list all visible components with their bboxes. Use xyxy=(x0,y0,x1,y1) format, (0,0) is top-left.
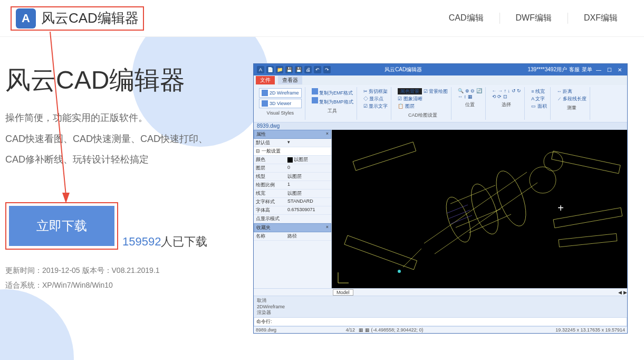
prop-scale[interactable]: 绘图比例1 xyxy=(254,181,331,190)
cad-viewport[interactable]: + xyxy=(332,130,627,288)
svg-line-17 xyxy=(456,209,501,228)
download-frame: 立即下载 xyxy=(5,202,118,250)
svg-line-6 xyxy=(435,183,537,254)
text-tool[interactable]: A 文字 xyxy=(531,96,547,102)
cad-help[interactable]: 客服 xyxy=(569,66,580,73)
download-count: 159592 xyxy=(122,235,161,248)
prop-lineweight[interactable]: 线宽以图层 xyxy=(254,190,331,198)
show-text[interactable]: ☑ 显示文字 xyxy=(363,103,388,110)
minimize-icon[interactable]: — xyxy=(594,67,603,73)
nav-dxf-edit[interactable]: DXF编辑 xyxy=(568,13,633,24)
svg-line-5 xyxy=(424,172,527,243)
wireframe-icon xyxy=(262,90,268,96)
panel-favorites[interactable]: 收藏夹× xyxy=(254,223,331,232)
hero-title: 风云CAD编辑器 xyxy=(5,63,253,97)
3d-icon xyxy=(262,100,268,107)
show-points[interactable]: ◇ 显示点 xyxy=(363,96,388,102)
svg-point-3 xyxy=(466,181,504,238)
nav-cad-edit[interactable]: CAD编辑 xyxy=(433,13,500,24)
prop-textheight[interactable]: 字体高0.675309071 xyxy=(254,206,331,215)
wireframe-button[interactable]: 2D Wireframe xyxy=(259,88,302,98)
svg-point-8 xyxy=(398,270,401,273)
general-group[interactable]: ⊟ 一般设置 xyxy=(254,147,331,156)
3dviewer-button[interactable]: 3D Viewer xyxy=(259,99,302,108)
logo-icon: A xyxy=(16,8,36,29)
svg-line-7 xyxy=(403,249,421,267)
status-file: 8989.dwg xyxy=(256,327,276,333)
svg-line-18 xyxy=(469,214,511,233)
saveall-icon[interactable]: 💾 xyxy=(295,66,302,73)
svg-point-4 xyxy=(491,167,532,230)
open-icon[interactable]: 📁 xyxy=(276,66,283,73)
clip-frame[interactable]: ✂ 剪切框架 xyxy=(363,88,388,95)
model-tab[interactable]: Model xyxy=(333,289,353,296)
svg-line-16 xyxy=(450,185,495,204)
prop-color[interactable]: 颜色以图层 xyxy=(254,156,331,164)
svg-point-10 xyxy=(544,152,563,171)
status-zoom: 19.32245 x 13.17635 x 19.57914 xyxy=(555,327,625,333)
svg-rect-12 xyxy=(344,235,417,270)
status-cursor: 4/12 xyxy=(345,327,355,333)
save-icon[interactable]: 💾 xyxy=(285,66,293,73)
cad-titlebar: A 📄 📁 💾 💾 🖨 ↶ ↷ 风云CAD编辑器 139****3492用户 客… xyxy=(254,64,627,75)
copy-bmp[interactable]: 复制为BMP格式 xyxy=(312,97,353,106)
fav-header: 名称路径 xyxy=(254,232,331,241)
rotate-icon[interactable]: ⟲ ⟳ ⊡ xyxy=(492,94,522,99)
svg-rect-11 xyxy=(353,142,416,170)
black-bg[interactable]: 黑色背景 xyxy=(398,88,422,94)
new-icon[interactable]: 📄 xyxy=(266,66,274,73)
bg-draw[interactable]: ☑ 背景绘图 xyxy=(424,89,448,94)
polyline-tool[interactable]: ⟋ 多段线长度 xyxy=(557,96,587,102)
group-select: 选择 xyxy=(492,101,522,108)
distance-tool[interactable]: ↔ 距离 xyxy=(557,88,587,95)
meta-os: 适合系统：XP/Win7/Win8/Win10 xyxy=(5,278,253,292)
redo-icon[interactable]: ↷ xyxy=(323,66,331,73)
status-coords: (-4.498558; 2.904422; 0) xyxy=(371,327,423,333)
svg-line-20 xyxy=(449,210,470,219)
prop-layer[interactable]: 图层0 xyxy=(254,164,331,173)
ribbon-tab-view[interactable]: 查看器 xyxy=(278,76,302,84)
hero-desc-1: 操作简便，功能实用的正版软件。 xyxy=(5,108,253,129)
group-position: 位置 xyxy=(458,101,482,108)
close-icon[interactable]: ✕ xyxy=(616,67,624,73)
meta-update: 更新时间：2019-12-05 版本号：V08.21.2019.1 xyxy=(5,263,253,278)
download-button[interactable]: 立即下载 xyxy=(9,206,114,246)
copy-emf[interactable]: 复制为EMF格式 xyxy=(312,88,353,97)
logo-text: 风云CAD编辑器 xyxy=(41,9,139,27)
download-count-suffix: 人已下载 xyxy=(161,235,207,248)
hero-desc-2: CAD快速看图、CAD快速测量、CAD快速打印、 xyxy=(5,129,253,150)
cursor-crosshair: + xyxy=(558,202,564,214)
cad-menu[interactable]: 菜单 xyxy=(582,66,592,73)
maximize-icon[interactable]: ☐ xyxy=(605,67,613,73)
command-input[interactable]: 命令行: xyxy=(254,317,627,326)
nav-icons[interactable]: 🔍 ⊕ ⊖ 🔄 xyxy=(458,88,482,93)
group-visual-styles: Visual Styles xyxy=(259,110,302,116)
nav-icons2[interactable]: ↔ ↕ ▦ xyxy=(458,94,482,99)
file-tab[interactable]: 8939.dwg xyxy=(254,122,627,130)
group-measure: 测量 xyxy=(557,105,587,111)
group-tools: 工具 xyxy=(312,108,353,115)
image-clear[interactable]: ☑ 图象清晰 xyxy=(398,96,448,102)
prop-dimstyle[interactable]: 点显示模式 xyxy=(254,215,331,223)
cad-title: 风云CAD编辑器 xyxy=(385,66,422,73)
arrows-icon[interactable]: ← → ↑ ↓ ↺ ↻ xyxy=(492,88,522,93)
layers-btn[interactable]: 📋 图层 xyxy=(398,103,448,110)
logo-area[interactable]: A 风云CAD编辑器 xyxy=(11,6,144,31)
prop-textstyle[interactable]: 文字样式STANDARD xyxy=(254,198,331,206)
hero-desc-3: CAD修补断线、玩转设计轻松搞定 xyxy=(5,149,253,170)
area-tool[interactable]: ▭ 面积 xyxy=(531,103,547,110)
svg-line-21 xyxy=(451,215,472,224)
ribbon-tab-file[interactable]: 文件 xyxy=(256,76,275,84)
panel-properties[interactable]: 属性× xyxy=(254,130,331,139)
prop-linetype[interactable]: 线型以图层 xyxy=(254,173,331,181)
svg-line-19 xyxy=(447,205,468,213)
app-icon: A xyxy=(257,66,264,73)
undo-icon[interactable]: ↶ xyxy=(314,66,321,73)
nav-dwf-edit[interactable]: DWF编辑 xyxy=(500,13,568,24)
cad-user[interactable]: 139****3492用户 xyxy=(528,66,568,73)
print-icon[interactable]: 🖨 xyxy=(304,66,312,73)
svg-rect-13 xyxy=(552,151,620,174)
svg-rect-15 xyxy=(559,234,617,247)
lineweight-tool[interactable]: ≡ 线宽 xyxy=(531,88,547,95)
cad-window: A 📄 📁 💾 💾 🖨 ↶ ↷ 风云CAD编辑器 139****3492用户 客… xyxy=(253,63,628,334)
